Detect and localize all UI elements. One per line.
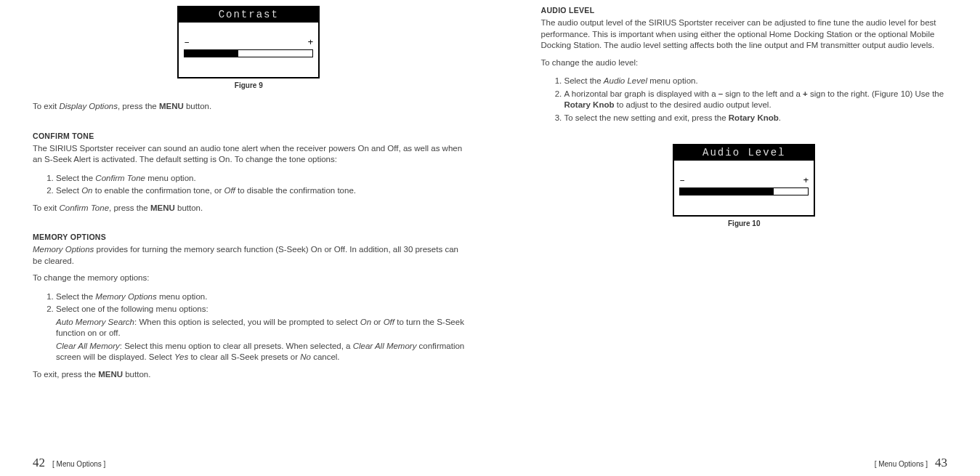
list-item: Select On to enable the confirmation ton…: [56, 185, 465, 197]
audio-level-heading: AUDIO LEVEL: [541, 6, 948, 15]
minus-sign: –: [679, 175, 685, 186]
lcd-title: Contrast: [179, 7, 318, 23]
lcd-body: – +: [179, 23, 318, 57]
audio-level-lead: To change the audio level:: [541, 57, 948, 69]
minus-sign: –: [184, 37, 190, 48]
audio-level-steps: Select the Audio Level menu option. A ho…: [541, 76, 948, 125]
clear-memory-line: Clear All Memory: Select this menu optio…: [56, 341, 465, 363]
audio-level-intro: The audio output level of the SIRIUS Spo…: [541, 17, 948, 52]
confirm-tone-steps: Select the Confirm Tone menu option. Sel…: [33, 173, 465, 198]
list-item: Select the Confirm Tone menu option.: [56, 173, 465, 185]
list-item: Select one of the following menu options…: [56, 304, 465, 363]
footer-left: 42 [ Menu Options ]: [33, 456, 105, 470]
auto-memory-line: Auto Memory Search: When this option is …: [56, 317, 465, 339]
confirm-tone-heading: CONFIRM TONE: [33, 132, 465, 140]
lcd-title: Audio Level: [674, 145, 814, 161]
page-spread: Contrast – + Figure 9 To exit Display Op…: [0, 0, 980, 476]
footer-right: [ Menu Options ] 43: [875, 456, 947, 470]
memory-options-steps: Select the Memory Options menu option. S…: [33, 291, 465, 365]
footer-section: [ Menu Options ]: [875, 460, 928, 468]
memory-options-heading: MEMORY OPTIONS: [33, 233, 465, 241]
lcd-screen-audio-level: Audio Level – +: [673, 144, 815, 217]
list-item: Select the Memory Options menu option.: [56, 291, 465, 303]
figure-caption-9: Figure 9: [33, 81, 465, 89]
confirm-tone-exit: To exit Confirm Tone, press the MENU but…: [33, 203, 465, 214]
lcd-signs-row: – +: [679, 175, 809, 186]
memory-options-exit: To exit, press the MENU button.: [33, 369, 465, 381]
exit-display-line: To exit Display Options, press the MENU …: [33, 101, 465, 113]
list-item: To select the new setting and exit, pres…: [564, 113, 948, 124]
lcd-screen-contrast: Contrast – +: [177, 6, 320, 78]
memory-options-lead: To change the memory options:: [33, 273, 465, 284]
list-item: A horizontal bar graph is displayed with…: [564, 89, 948, 111]
lcd-bar-track: [184, 49, 313, 57]
left-page: Contrast – + Figure 9 To exit Display Op…: [0, 0, 490, 476]
lcd-figure-10: Audio Level – + Figure 10: [541, 144, 948, 235]
confirm-tone-intro: The SIRIUS Sportster receiver can sound …: [33, 143, 465, 166]
footer-section: [ Menu Options ]: [52, 460, 105, 468]
right-page: AUDIO LEVEL The audio output level of th…: [490, 0, 981, 476]
lcd-bar-fill: [185, 50, 238, 57]
lcd-bar-fill: [680, 188, 773, 195]
figure-caption-10: Figure 10: [541, 219, 948, 227]
memory-options-intro: Memory Options provides for turning the …: [33, 244, 465, 267]
page-number: 43: [935, 456, 947, 470]
lcd-figure-9: Contrast – + Figure 9: [33, 6, 465, 97]
lcd-bar-track: [679, 187, 809, 195]
plus-sign: +: [803, 175, 809, 186]
plus-sign: +: [307, 37, 313, 48]
page-number: 42: [33, 456, 45, 470]
list-item: Select the Audio Level menu option.: [564, 76, 948, 87]
lcd-signs-row: – +: [184, 37, 313, 48]
lcd-body: – +: [674, 161, 814, 195]
